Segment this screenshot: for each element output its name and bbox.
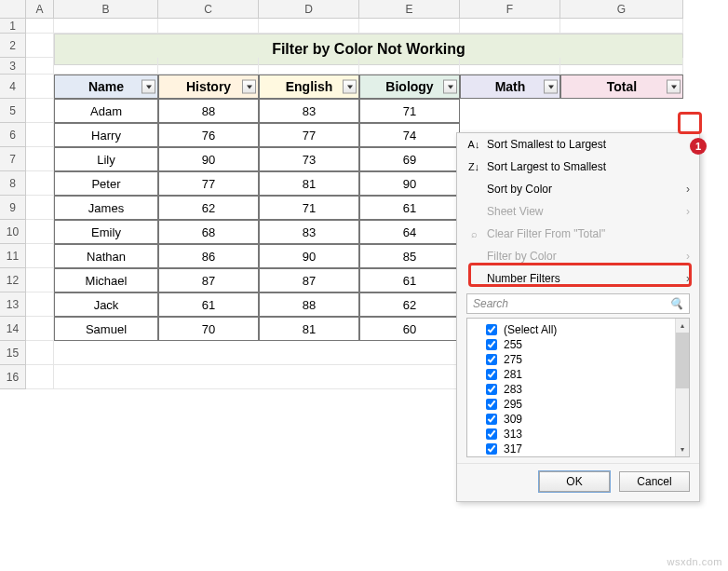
table-row[interactable]: 74 [359,123,460,147]
cancel-button[interactable]: Cancel [619,471,690,492]
row-5[interactable]: 5 [0,99,26,123]
table-row[interactable]: 71 [359,99,460,123]
filter-dropdown-math[interactable] [544,80,558,94]
row-13[interactable]: 13 [0,292,26,317]
filter-dropdown-english[interactable] [343,80,357,94]
table-row[interactable]: Michael [54,268,158,292]
checkbox-option[interactable] [486,443,497,455]
table-row[interactable]: 90 [359,171,460,196]
checkbox-option[interactable] [486,369,497,380]
checkbox-option[interactable] [486,339,497,350]
checkbox-option[interactable] [486,354,497,365]
table-row[interactable]: 68 [158,220,259,244]
row-10[interactable]: 10 [0,220,26,244]
row-4[interactable]: 4 [0,75,26,99]
table-row[interactable]: Nathan [54,244,158,268]
filter-dropdown-history[interactable] [242,80,256,94]
sort-desc-icon: Z↓ [465,161,483,172]
row-11[interactable]: 11 [0,244,26,268]
funnel-icon: ⌕ [465,228,483,239]
table-row[interactable]: 81 [259,317,359,341]
row-6[interactable]: 6 [0,123,26,147]
col-A[interactable]: A [26,0,54,19]
checkbox-option[interactable] [486,399,497,410]
table-row[interactable]: 70 [158,317,259,341]
table-row[interactable]: Samuel [54,317,158,341]
scrollbar[interactable]: ▴ ▾ [675,319,689,456]
row-9[interactable]: 9 [0,196,26,220]
header-name: Name [54,75,158,99]
row-3[interactable]: 3 [0,58,26,75]
table-row[interactable]: Peter [54,171,158,196]
col-C[interactable]: C [158,0,259,19]
table-row[interactable]: 86 [158,244,259,268]
table-row[interactable]: 60 [359,317,460,341]
table-row[interactable]: 85 [359,244,460,268]
table-row[interactable]: Jack [54,292,158,317]
filter-values-list[interactable]: (Select All) 255275281283295309313317 ▴ … [466,318,690,457]
header-history: History [158,75,259,99]
filter-dropdown-biology[interactable] [443,80,457,94]
ok-button[interactable]: OK [539,471,610,492]
table-row[interactable]: Harry [54,123,158,147]
table-row[interactable]: 90 [259,244,359,268]
row-7[interactable]: 7 [0,147,26,171]
checkbox-option[interactable] [486,414,497,425]
table-row[interactable]: 87 [158,268,259,292]
table-row[interactable]: 71 [259,196,359,220]
row-15[interactable]: 15 [0,341,26,365]
table-row[interactable]: Lily [54,147,158,171]
col-G[interactable]: G [560,0,683,19]
col-E[interactable]: E [359,0,460,19]
table-row[interactable]: 69 [359,147,460,171]
filter-dropdown-name[interactable] [142,80,155,94]
scroll-up-icon[interactable]: ▴ [676,319,689,333]
table-row[interactable]: James [54,196,158,220]
table-row[interactable]: 62 [158,196,259,220]
corner-cell [0,0,26,19]
table-row[interactable]: 88 [158,99,259,123]
table-row[interactable]: 76 [158,123,259,147]
table-row[interactable]: 64 [359,220,460,244]
header-english: English [259,75,359,99]
table-row[interactable]: 77 [259,123,359,147]
table-row[interactable]: 88 [259,292,359,317]
checkbox-option[interactable] [486,384,497,395]
checkbox-option[interactable] [486,428,497,440]
row-2[interactable]: 2 [0,34,26,58]
filter-dropdown-total[interactable] [667,80,681,94]
table-row[interactable]: 61 [359,268,460,292]
menu-sort-by-color[interactable]: Sort by Color › [457,178,699,200]
table-row[interactable]: 81 [259,171,359,196]
table-row[interactable]: 87 [259,268,359,292]
table-row[interactable]: 61 [158,292,259,317]
scroll-thumb[interactable] [676,333,689,388]
row-14[interactable]: 14 [0,317,26,341]
menu-sort-asc[interactable]: A↓ Sort Smallest to Largest [457,133,699,156]
menu-sheet-view: Sheet View › [457,200,699,223]
table-row[interactable]: Adam [54,99,158,123]
row-1[interactable]: 1 [0,19,26,34]
row-16[interactable]: 16 [0,365,26,389]
col-F[interactable]: F [460,0,560,19]
table-row[interactable]: Emily [54,220,158,244]
table-row[interactable]: 61 [359,196,460,220]
col-D[interactable]: D [259,0,359,19]
filter-search-input[interactable]: Search 🔍 [466,293,690,314]
callout-badge-1: 1 [690,138,707,155]
table-row[interactable]: 90 [158,147,259,171]
header-total: Total [560,75,683,99]
col-B[interactable]: B [54,0,158,19]
table-row[interactable]: 83 [259,99,359,123]
menu-sort-desc[interactable]: Z↓ Sort Largest to Smallest [457,156,699,178]
table-row[interactable]: 77 [158,171,259,196]
column-headers: A B C D E F G [0,0,683,19]
table-row[interactable]: 62 [359,292,460,317]
table-row[interactable]: 73 [259,147,359,171]
table-row[interactable]: 83 [259,220,359,244]
scroll-down-icon[interactable]: ▾ [676,442,689,456]
row-8[interactable]: 8 [0,171,26,196]
row-headers: 1 2 3 4 5 6 7 8 9 10 11 12 13 14 15 16 [0,19,26,389]
checkbox-select-all[interactable] [486,324,497,335]
row-12[interactable]: 12 [0,268,26,292]
